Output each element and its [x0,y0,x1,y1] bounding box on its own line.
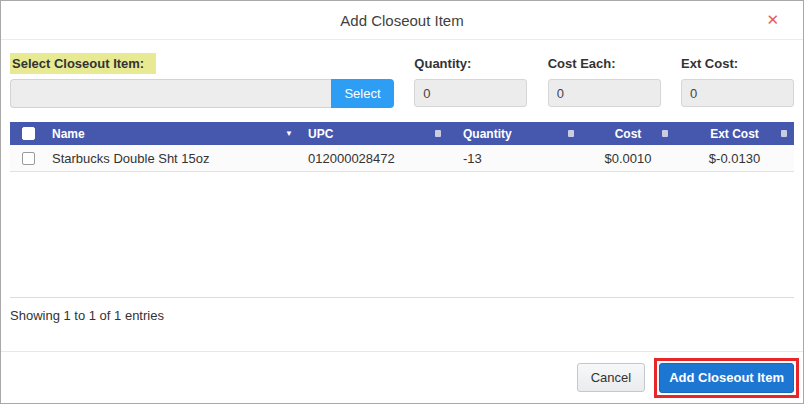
row-upc-cell: 012000028472 [303,151,448,166]
column-header-name[interactable]: Name ▼ [46,127,303,141]
dialog-footer: Cancel Add Closeout Item [1,351,803,403]
close-icon[interactable]: ✕ [766,10,779,30]
quantity-field[interactable] [414,79,527,107]
row-ext-cost-cell: $-0.0130 [675,151,794,166]
sort-icon [568,130,574,137]
dialog-titlebar: Add Closeout Item ✕ [1,1,803,40]
ext-cost-label: Ext Cost: [681,52,794,74]
red-highlight-annotation: Add Closeout Item [654,358,799,398]
row-name-cell: Starbucks Double Sht 15oz [46,151,303,166]
cost-each-field[interactable] [548,79,661,107]
row-checkbox-cell [10,152,46,165]
form-area: Select Closeout Item: Select Quantity: C… [1,40,803,108]
header-checkbox-cell [10,127,46,140]
cancel-button[interactable]: Cancel [577,363,645,392]
quantity-field-group: Quantity: [414,52,527,108]
ext-cost-field-group: Ext Cost: [681,52,794,108]
cost-each-label: Cost Each: [548,52,661,74]
row-checkbox[interactable] [22,152,35,165]
table-row[interactable]: Starbucks Double Sht 15oz 012000028472 -… [10,145,794,172]
column-header-ext-cost[interactable]: Ext Cost [675,127,794,141]
select-closeout-group: Select Closeout Item: Select [10,52,394,108]
sort-icon [781,130,787,137]
sort-desc-icon: ▼ [285,130,293,138]
select-button[interactable]: Select [331,79,394,108]
quantity-label: Quantity: [414,52,527,74]
dialog-title: Add Closeout Item [340,12,463,29]
sort-icon [435,130,441,137]
row-cost-cell: $0.0010 [581,151,675,166]
cost-each-field-group: Cost Each: [548,52,661,108]
select-all-checkbox[interactable] [22,127,35,140]
ext-cost-field[interactable] [681,79,794,107]
column-header-quantity[interactable]: Quantity [448,127,581,141]
table-header-row: Name ▼ UPC Quantity Cost Ext Cost [10,122,794,145]
row-quantity-cell: -13 [448,151,581,166]
column-header-upc[interactable]: UPC [303,127,448,141]
closeout-items-table: Name ▼ UPC Quantity Cost Ext Cost [10,122,794,298]
add-closeout-item-dialog: Add Closeout Item ✕ Select Closeout Item… [0,0,804,404]
select-closeout-label: Select Closeout Item: [10,53,156,74]
column-header-cost[interactable]: Cost [581,127,675,141]
table-info-text: Showing 1 to 1 of 1 entries [1,298,803,323]
add-closeout-item-button[interactable]: Add Closeout Item [659,363,794,393]
sort-icon [662,130,668,137]
closeout-item-input[interactable] [10,79,331,108]
